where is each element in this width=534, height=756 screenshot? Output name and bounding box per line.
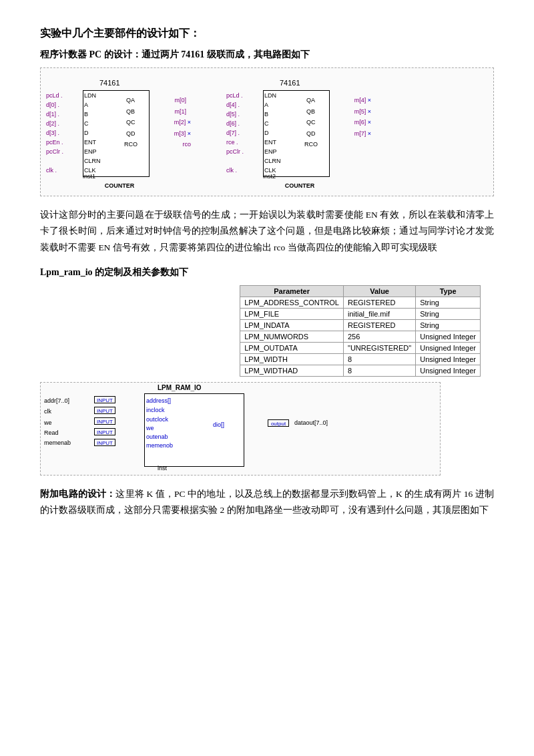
chip1-counter-label: COUNTER: [105, 182, 135, 189]
chip1-inner-C: C: [84, 120, 89, 127]
chip2-inner-LDN: LDN: [264, 92, 276, 99]
chip1-pin-pcClr: pcClr .: [46, 148, 63, 155]
chip1-pin-d2: d[2] .: [46, 120, 59, 127]
chip2-inner-ENT: ENT: [264, 139, 276, 146]
ram-input-4: INPUT: [94, 439, 115, 446]
param-cell-0-2: String: [416, 297, 481, 308]
param-cell-4-0: LPM_OUTDATA: [240, 342, 344, 353]
param-cell-1-2: String: [416, 308, 481, 319]
chip2-pin-pcLd: pcLd .: [226, 92, 243, 99]
param-header-1: Value: [344, 285, 416, 297]
chip1-inner-RCO: RCO: [124, 141, 138, 148]
param-cell-6-2: Unsigned Integer: [416, 365, 481, 376]
ram-ext-read: Read: [44, 429, 59, 436]
param-cell-6-1: 8: [344, 365, 416, 376]
param-cell-3-1: 256: [344, 331, 416, 342]
chip2-pin-clk: clk .: [226, 167, 237, 174]
param-cell-0-1: REGISTERED: [344, 297, 416, 308]
chip1-pin-d3: d[3] .: [46, 130, 59, 136]
chip2-pin-d6: d[6] .: [226, 120, 240, 127]
ram-output-box: output: [268, 419, 289, 427]
chip2-title: 74161: [280, 79, 300, 87]
chip1-inner-A: A: [84, 102, 88, 108]
chip1-inner-ENP: ENP: [84, 148, 97, 155]
chip1-inner-D: D: [84, 130, 89, 136]
chip1-pin-d0: d[0] .: [46, 102, 59, 108]
chip1-pin-pcEn: pcEn .: [46, 139, 63, 146]
chip1-inner-ENT: ENT: [84, 139, 96, 146]
section1-title: 程序计数器 PC 的设计：通过两片 74161 级联而成，其电路图如下: [40, 49, 494, 61]
chip1-inst-label: inst1: [83, 173, 95, 180]
param-row-2: LPM_INDATA REGISTERED String: [240, 319, 481, 331]
ram-inner-inclock: inclock: [146, 407, 165, 413]
chip1-inner-CLRN: CLRN: [84, 158, 101, 164]
chip1-inner-LDN: LDN: [84, 92, 96, 99]
param-cell-5-1: 8: [344, 353, 416, 365]
ram-section: Parameter Value Type LPM_ADDRESS_CONTROL…: [40, 285, 494, 476]
param-cell-3-0: LPM_NUMWORDS: [240, 331, 344, 342]
param-row-1: LPM_FILE initial_file.mif String: [240, 308, 481, 319]
chip2-inner-QC: QC: [306, 119, 316, 126]
chip2-inner-QB: QB: [306, 108, 315, 115]
ram-ext-we: we: [44, 419, 52, 426]
section3-paragraph: 附加电路的设计：这里将 K 值，PC 中的地址，以及总线上的数据都显示到数码管上…: [40, 486, 494, 519]
ram-inner-memenob: memenob: [146, 442, 173, 449]
param-row-0: LPM_ADDRESS_CONTROL REGISTERED String: [240, 297, 481, 308]
param-cell-2-1: REGISTERED: [344, 319, 416, 331]
main-title: 实验中几个主要部件的设计如下：: [40, 27, 494, 41]
ram-diagram: LPM_RAM_IO addr[7..0] clk we Read memena…: [40, 382, 441, 476]
chip1-inner-QD: QD: [126, 130, 136, 137]
chip2-pin-rce: rce .: [226, 139, 238, 146]
chip2-inner-QA: QA: [306, 97, 315, 104]
chip1-container: 74161 pcLd . d[0] . d[1] . d[2] . d[3] .…: [46, 73, 193, 190]
chip1-pin-m2: m[2] ×: [174, 119, 191, 126]
chip2-inner-CLRN: CLRN: [264, 158, 281, 164]
chip1-pin-rco: rco: [182, 141, 191, 148]
chip2-pin-d7: d[7] .: [226, 130, 240, 136]
param-cell-4-1: "UNREGISTERED": [344, 342, 416, 353]
param-row-6: LPM_WIDTHAD 8 Unsigned Integer: [240, 365, 481, 376]
param-cell-1-0: LPM_FILE: [240, 308, 344, 319]
param-cell-2-2: String: [416, 319, 481, 331]
chip1-pin-m3: m[3] ×: [174, 130, 191, 137]
param-header-0: Parameter: [240, 285, 344, 297]
param-table: Parameter Value Type LPM_ADDRESS_CONTROL…: [240, 285, 481, 377]
chip2-inner-RCO: RCO: [304, 141, 318, 148]
ram-inner-outclock: outclock: [146, 416, 168, 423]
param-cell-6-0: LPM_WIDTHAD: [240, 365, 344, 376]
chip2-pin-d4: d[4] .: [226, 102, 240, 108]
param-cell-0-0: LPM_ADDRESS_CONTROL: [240, 297, 344, 308]
ram-inner-outenab: outenab: [146, 433, 168, 440]
ram-inst-label: inst: [158, 465, 167, 471]
chip2-pin-m4: m[4] ×: [354, 97, 371, 104]
circuit-area: 74161 pcLd . d[0] . d[1] . d[2] . d[3] .…: [40, 67, 494, 196]
param-cell-4-2: Unsigned Integer: [416, 342, 481, 353]
chip2-inner-ENP: ENP: [264, 148, 277, 155]
chip1-inner-B: B: [84, 111, 88, 118]
param-header-2: Type: [416, 285, 481, 297]
ram-dataout: dataout[7..0]: [294, 419, 328, 426]
ram-input-1: INPUT: [94, 407, 115, 414]
chip1-title: 74161: [99, 79, 120, 87]
param-row-4: LPM_OUTDATA "UNREGISTERED" Unsigned Inte…: [240, 342, 481, 353]
chip2-pin-m5: m[5] ×: [354, 108, 371, 115]
section3-bold: 附加电路的设计：: [40, 489, 115, 499]
chip2-pin-m7: m[7] ×: [354, 130, 371, 137]
param-cell-3-2: Unsigned Integer: [416, 331, 481, 342]
chip2-inner-C: C: [264, 120, 269, 127]
chip2-inner-D: D: [264, 130, 269, 136]
ram-ext-memenab: memenab: [44, 439, 71, 446]
chip1-pin-m0: m[0]: [174, 97, 186, 104]
chip2-inst-label: inst2: [263, 173, 276, 180]
ram-inner-dio: dio[]: [213, 421, 224, 428]
param-cell-1-1: initial_file.mif: [344, 308, 416, 319]
chip2-inner-QD: QD: [306, 130, 316, 137]
chip1-inner-QA: QA: [126, 97, 135, 104]
paragraph1: 设计这部分时的主要问题在于级联信号的生成；一开始误以为装载时需要使能 EN 有效…: [40, 207, 494, 256]
chip1-pin-pcLd: pcLd .: [46, 92, 63, 99]
param-cell-2-0: LPM_INDATA: [240, 319, 344, 331]
chip1-pin-m1: m[1]: [174, 108, 186, 115]
ram-input-2: INPUT: [94, 417, 115, 425]
ram-input-0: INPUT: [94, 396, 115, 403]
chip2-container: 74161 pcLd . d[4] . d[5] . d[6] . d[7] .…: [226, 73, 373, 190]
